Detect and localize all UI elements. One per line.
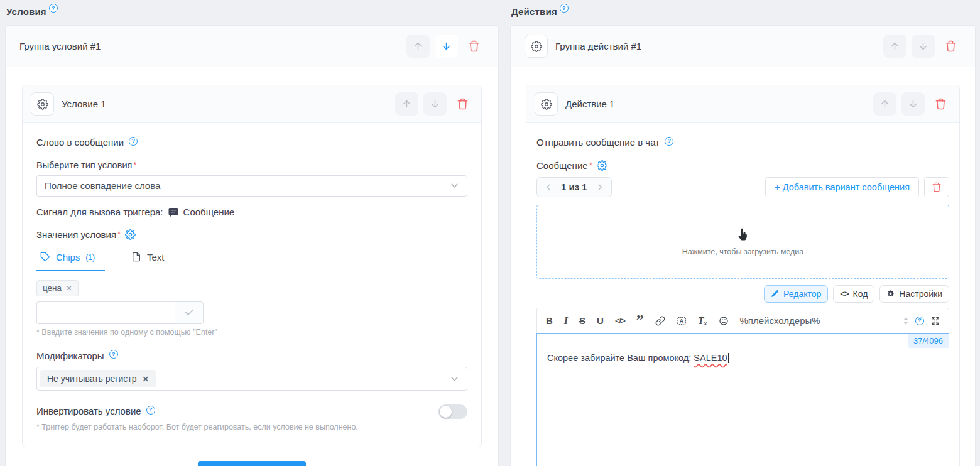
- delete-condition-button[interactable]: [452, 92, 473, 116]
- italic-button[interactable]: I: [564, 316, 568, 326]
- confirm-chip-button[interactable]: [175, 301, 204, 324]
- help-icon[interactable]: ?: [665, 137, 673, 146]
- gear-icon: [597, 160, 607, 171]
- actions-column: Действия ? Группа действий #1: [510, 5, 976, 466]
- message-text: Скорее забирайте Ваш промокод: SALE10: [537, 334, 949, 382]
- hand-pointer-icon: [736, 227, 749, 243]
- emoji-button[interactable]: [719, 316, 729, 326]
- action-group-header: Группа действий #1: [511, 26, 975, 67]
- arrow-up-icon: [413, 41, 423, 51]
- help-icon[interactable]: ?: [129, 137, 138, 146]
- add-condition-button[interactable]: Добавить условие: [198, 461, 305, 466]
- arrow-down-icon: [430, 99, 440, 109]
- remove-modifier-button[interactable]: ✕: [142, 374, 148, 384]
- move-group-up-button[interactable]: [883, 35, 906, 58]
- message-editor-content[interactable]: 37/4096 Скорее забирайте Ваш промокод: S…: [536, 333, 949, 466]
- arrow-down-icon: [908, 99, 918, 109]
- spoiler-button[interactable]: A: [677, 316, 687, 326]
- values-tabs: Chips (1) Text: [36, 245, 467, 271]
- invert-toggle[interactable]: [438, 404, 467, 419]
- delete-action-button[interactable]: [930, 92, 951, 116]
- help-icon[interactable]: ?: [49, 4, 58, 13]
- help-icon[interactable]: ?: [560, 4, 569, 13]
- document-icon: [131, 252, 141, 262]
- move-condition-up-button[interactable]: [395, 92, 418, 116]
- gear-icon: [531, 41, 542, 52]
- tab-text[interactable]: Text: [128, 245, 168, 271]
- action-title: Действие 1: [565, 99, 614, 109]
- mode-editor-button[interactable]: Редактор: [764, 285, 828, 303]
- delete-variant-button[interactable]: [924, 177, 949, 197]
- condition-group-header: Группа условий #1: [6, 26, 498, 67]
- chip-value-input[interactable]: [36, 301, 175, 324]
- underline-button[interactable]: U: [597, 316, 604, 325]
- editor-toolbar-right: ?: [903, 317, 940, 325]
- blockquote-button[interactable]: ”: [636, 317, 644, 323]
- help-icon[interactable]: ?: [109, 350, 118, 359]
- media-dropzone[interactable]: Нажмите, чтобы загрузить медиа: [536, 205, 949, 279]
- mode-code-button[interactable]: <> Код: [833, 285, 874, 303]
- help-icon[interactable]: ?: [146, 406, 155, 415]
- prev-variant-button[interactable]: [544, 183, 553, 192]
- resize-handle-icon[interactable]: [903, 317, 908, 325]
- editor-toolbar: B I S U </> ” A: [536, 308, 949, 333]
- tab-text-label: Text: [147, 252, 165, 263]
- action-group-title: Группа действий #1: [555, 41, 641, 51]
- condition-title: Условие 1: [62, 99, 106, 109]
- bold-button[interactable]: B: [546, 316, 553, 325]
- code-icon: <>: [840, 289, 848, 298]
- conditions-panel: Группа условий #1: [5, 25, 499, 466]
- link-button[interactable]: [655, 316, 665, 326]
- tag-icon: [40, 252, 50, 262]
- remove-chip-button[interactable]: ✕: [66, 284, 72, 292]
- condition-type-label: Выберите тип условия*: [36, 160, 467, 170]
- condition-settings-button[interactable]: [31, 92, 54, 116]
- condition-card-body: Слово в сообщении ? Выберите тип условия…: [23, 123, 481, 447]
- action-settings-button[interactable]: [535, 92, 558, 116]
- actions-panel: Группа действий #1: [510, 25, 976, 466]
- mode-settings-button[interactable]: Настройки: [879, 285, 949, 303]
- expand-button[interactable]: [931, 317, 940, 325]
- chevron-down-icon: [450, 374, 459, 384]
- condition-type-select[interactable]: Полное совпадение слова: [36, 175, 467, 197]
- strikethrough-button[interactable]: S: [579, 316, 585, 325]
- action-group-settings-button[interactable]: [525, 35, 548, 58]
- actions-section-title: Действия ?: [511, 5, 976, 18]
- invert-label: Инвертировать условие: [36, 406, 141, 416]
- condition-card: Условие 1: [22, 85, 482, 447]
- condition-card-header: Условие 1: [23, 85, 481, 123]
- modifiers-select[interactable]: Не учитывать регистр ✕: [36, 367, 467, 391]
- delete-group-button[interactable]: [940, 35, 961, 58]
- condition-values-label: Значения условия*: [36, 229, 121, 240]
- trash-icon: [945, 40, 957, 52]
- delete-group-button[interactable]: [463, 35, 484, 58]
- required-asterisk: *: [589, 160, 592, 170]
- gear-icon: [37, 99, 48, 110]
- modifiers-label: Модификаторы: [36, 350, 104, 361]
- fullscreen-icon: [931, 317, 940, 325]
- inline-code-button[interactable]: </>: [615, 317, 625, 325]
- move-group-up-button[interactable]: [406, 35, 430, 58]
- action-type-title: Отправить сообщение в чат: [536, 137, 660, 148]
- chip-input-row: [36, 301, 204, 324]
- placeholders-button[interactable]: %плейсхолдеры%: [740, 316, 820, 325]
- values-settings-button[interactable]: [125, 229, 136, 240]
- link-icon: [655, 316, 665, 326]
- move-group-down-button[interactable]: [912, 35, 935, 58]
- next-variant-button[interactable]: [596, 183, 604, 192]
- invert-row: Инвертировать условие ?: [36, 404, 467, 419]
- move-condition-down-button[interactable]: [423, 92, 447, 116]
- tab-chips[interactable]: Chips (1): [36, 245, 99, 271]
- trigger-signal-row: Сигнал для вызова триггера: Сообщение: [36, 207, 467, 218]
- message-settings-button[interactable]: [597, 160, 607, 171]
- clear-format-button[interactable]: Tx: [698, 316, 707, 326]
- chevron-right-icon: [596, 183, 604, 192]
- arrow-up-icon: [879, 99, 890, 109]
- help-icon[interactable]: ?: [915, 317, 924, 325]
- emoji-icon: [719, 316, 729, 326]
- move-action-up-button[interactable]: [873, 92, 896, 116]
- move-action-down-button[interactable]: [901, 92, 925, 116]
- gear-icon: [541, 99, 552, 110]
- move-group-down-button[interactable]: [435, 35, 458, 58]
- add-variant-button[interactable]: + Добавить вариант сообщения: [765, 177, 919, 197]
